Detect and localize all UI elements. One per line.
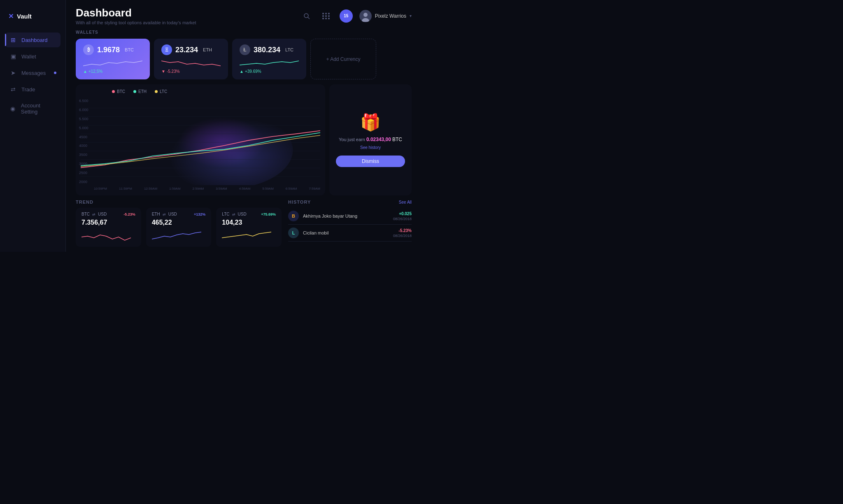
user-profile[interactable]: Pixelz Warrios ▾ [359, 10, 412, 22]
legend-ltc: LTC [155, 89, 167, 94]
ltc-change-arrow: ▲ [240, 69, 244, 74]
ltc-ticker: LTC [285, 47, 293, 52]
ltc-mini-chart [240, 58, 299, 67]
svg-line-1 [308, 17, 310, 19]
dismiss-button[interactable]: Dismiss [336, 156, 405, 167]
ltc-amount: 380.234 [254, 46, 280, 54]
eth-coin-icon: Ξ [161, 44, 172, 55]
chart-legend: BTC ETH LTC [112, 89, 167, 94]
app-name: Vault [17, 13, 32, 20]
history-info-1: Cicilan mobil [303, 230, 389, 235]
sidebar-item-wallet[interactable]: ▣ Wallet [5, 49, 61, 64]
logo-icon: ✕ [8, 12, 14, 20]
trade-icon: ⇄ [10, 86, 16, 93]
messages-icon: ➤ [10, 70, 16, 76]
main-content: Dashboard With all of the styling tool o… [66, 0, 422, 252]
svg-point-0 [304, 14, 308, 18]
eth-mini-chart [161, 58, 221, 67]
header-right: 15 Pixelz Warrios ▾ [300, 9, 412, 23]
chart-container: BTC ETH LTC 6.500 [76, 84, 325, 195]
account-icon: ◉ [10, 105, 16, 112]
trend-label: TREND [76, 200, 93, 204]
sidebar-item-messages[interactable]: ➤ Messages [5, 65, 61, 80]
add-currency-card[interactable]: + Add Currency [310, 39, 376, 79]
trend-card-ltc[interactable]: LTC ⇄ USD +75.69% 104,23 [216, 208, 282, 247]
eth-legend-dot [133, 90, 136, 93]
history-name-1: Cicilan mobil [303, 230, 389, 235]
eth-change: ▼ -5.23% [161, 69, 221, 74]
page-subtitle: With all of the styling tool options ava… [76, 20, 196, 25]
earn-text: You just earn 0.02343,00 BTC [339, 136, 402, 143]
trend-chart-btc [82, 229, 131, 241]
history-item-0[interactable]: B Akhirnya Joko bayar Utang +0.025 08/26… [288, 208, 412, 225]
history-date-0: 08/26/2018 [393, 217, 412, 221]
trend-row: BTC ⇄ USD -5.23% 7.356,67 ETH ⇄ USD [76, 208, 282, 247]
eth-ticker: ETH [203, 47, 212, 52]
sidebar-item-label: Account Setting [21, 102, 56, 115]
earn-icon: 🎁 [360, 113, 381, 132]
history-name-0: Akhirnya Joko bayar Utang [303, 214, 389, 218]
see-all-link[interactable]: See All [399, 200, 412, 204]
btc-legend-dot [112, 90, 115, 93]
trend-chart-eth [152, 229, 201, 241]
sidebar-item-dashboard[interactable]: ⊞ Dashboard [5, 33, 61, 47]
ltc-legend-dot [155, 90, 158, 93]
active-indicator [5, 34, 6, 46]
ltc-change: ▲ +39.69% [240, 69, 299, 74]
apps-button[interactable] [320, 9, 333, 23]
history-change-1: -5.23% [398, 228, 412, 233]
see-history-link[interactable]: See history [360, 145, 381, 150]
history-coin-icon-ltc: L [288, 228, 299, 238]
wallet-card-btc[interactable]: ₿ 1.9678 BTC ▲ +12,5% [76, 39, 150, 79]
chart-section: BTC ETH LTC 6.500 [76, 84, 412, 195]
wallets-label: WALLETS [76, 30, 412, 35]
page-title: Dashboard [76, 7, 196, 19]
history-info-0: Akhirnya Joko bayar Utang [303, 214, 389, 218]
svg-point-3 [363, 13, 368, 17]
search-button[interactable] [300, 9, 313, 23]
legend-btc: BTC [112, 89, 125, 94]
sidebar-item-label: Messages [21, 70, 46, 76]
dashboard-icon: ⊞ [10, 37, 16, 43]
history-label: HISTORY [288, 200, 311, 204]
header: Dashboard With all of the styling tool o… [66, 0, 422, 30]
history-coin-icon-btc: B [288, 211, 299, 221]
trend-arrows-btc: ⇄ [92, 212, 95, 216]
sidebar: ✕ Vault ⊞ Dashboard ▣ Wallet ➤ Messages … [0, 0, 66, 252]
trend-section: TREND BTC ⇄ USD -5.23% 7.356,67 [76, 200, 282, 247]
eth-amount: 23.234 [175, 46, 198, 54]
history-list: B Akhirnya Joko bayar Utang +0.025 08/26… [288, 208, 412, 242]
sidebar-item-trade[interactable]: ⇄ Trade [5, 82, 61, 97]
history-change-0: +0.025 [399, 211, 412, 216]
wallet-card-ltc[interactable]: Ł 380.234 LTC ▲ +39.69% [232, 39, 306, 79]
trend-card-btc[interactable]: BTC ⇄ USD -5.23% 7.356,67 [76, 208, 141, 247]
sidebar-item-account[interactable]: ◉ Account Setting [5, 98, 61, 119]
sidebar-item-label: Wallet [21, 53, 36, 60]
trend-change-ltc: +75.69% [261, 212, 276, 216]
main-chart-svg [81, 100, 320, 185]
history-item-1[interactable]: L Cicilan mobil -5.23% 08/26/2018 [288, 225, 412, 242]
btc-ticker: BTC [125, 47, 134, 52]
add-currency-label: + Add Currency [326, 56, 360, 62]
btc-mini-chart [83, 58, 142, 67]
content-area: WALLETS ₿ 1.9678 BTC ▲ +12,5% [66, 30, 422, 195]
bottom-section: TREND BTC ⇄ USD -5.23% 7.356,67 [66, 195, 422, 252]
messages-dot [54, 72, 56, 74]
trend-change-eth: +132% [194, 212, 205, 216]
eth-change-arrow: ▼ [161, 69, 165, 74]
trend-card-eth[interactable]: ETH ⇄ USD +132% 465,22 [146, 208, 212, 247]
trend-arrows-eth: ⇄ [163, 212, 166, 216]
logo[interactable]: ✕ Vault [0, 8, 65, 33]
username: Pixelz Warrios [375, 13, 406, 19]
history-right-0: +0.025 08/26/2018 [393, 211, 412, 221]
wallets-row: ₿ 1.9678 BTC ▲ +12,5% Ξ [76, 39, 412, 79]
history-right-1: -5.23% 08/26/2018 [393, 228, 412, 238]
history-date-1: 08/26/2018 [393, 234, 412, 238]
wallet-card-eth[interactable]: Ξ 23.234 ETH ▼ -5.23% [154, 39, 228, 79]
notifications-button[interactable]: 15 [340, 9, 353, 23]
legend-eth: ETH [133, 89, 147, 94]
trend-change-btc: -5.23% [123, 212, 135, 216]
sidebar-item-label: Trade [21, 86, 35, 93]
trend-chart-ltc [222, 229, 271, 241]
btc-change: ▲ +12,5% [83, 69, 142, 74]
